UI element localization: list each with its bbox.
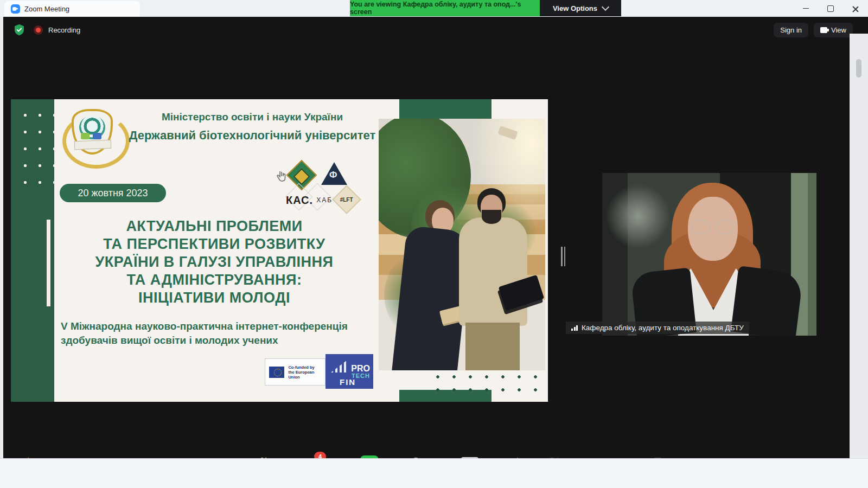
recording-label: Recording [48,26,80,34]
view-layout-icon [820,27,827,33]
slide-header: Міністерство освіти і науки України Держ… [127,111,377,143]
profintech-logo: PRO TECH FIN [326,354,373,389]
university-crest-logo [62,109,122,163]
slide-photo [379,119,545,370]
minimize-button[interactable] [793,0,818,17]
signal-bars-icon [571,325,578,331]
window-titlebar: Zoom Meeting You are viewing Кафедра обл… [0,0,868,17]
photo-man [449,188,536,370]
ministry-line: Міністерство освіти і науки України [127,111,377,123]
hand-cursor [276,170,288,184]
window-scrollbar-track[interactable] [850,34,868,475]
triangle-logo [321,162,347,185]
slide-white-bar-decoration [47,220,50,306]
zoom-logo-icon [11,4,20,14]
window-title: Zoom Meeting [24,5,69,13]
window-controls [793,0,868,17]
speaker-glasses [691,220,735,234]
slide-dots-decoration-top-left [17,106,55,187]
speaker-video-tile[interactable] [602,173,816,336]
sign-in-button[interactable]: Sign in [774,23,808,37]
window-frame-left [0,17,3,458]
view-options-button[interactable]: View Options [540,0,621,16]
university-line: Державний біотехнологічний університет [127,129,377,143]
slide-dots-decoration-bottom-right [429,369,548,400]
close-button[interactable] [843,0,868,17]
eu-cofunded-logo: Co-funded by the European Union [265,358,326,386]
date-badge: 20 жовтня 2023 [60,184,166,202]
conference-title: АКТУАЛЬНІ ПРОБЛЕМИ ТА ПЕРСПЕКТИВИ РОЗВИТ… [57,217,372,307]
maximize-button[interactable] [818,0,843,17]
recording-icon [34,25,43,35]
participant-name-label: Кафедра обліку, аудиту та оподаткування … [566,322,749,334]
viewing-banner-text: You are viewing Кафедра обліку, аудиту т… [350,1,540,16]
zoom-meeting-window: Zoom Meeting You are viewing Кафедра обл… [0,0,868,488]
scrollbar-thumb[interactable] [856,59,861,78]
conference-subtitle: V Міжнародна науково-практична інтернет-… [61,319,365,348]
shared-screen-slide: Міністерство освіти і науки України Держ… [11,99,548,402]
profintech-bars-icon [331,358,349,373]
close-icon [852,5,859,12]
view-button[interactable]: View [814,23,853,37]
viewing-banner: You are viewing Кафедра обліку, аудиту т… [350,0,540,16]
window-tab[interactable]: Zoom Meeting [4,1,140,17]
eu-flag-icon [269,367,284,378]
windows-taskbar: 9°C Heavy rain ✂ УКР 10:0 [0,458,868,488]
maximize-icon [827,5,834,12]
meeting-top-bar: Recording Sign in View [0,20,868,40]
chevron-down-icon [602,3,609,11]
photo-top-green-bar [399,99,492,119]
panel-resize-handle[interactable] [561,247,567,266]
meeting-area: Recording Sign in View Міністерство осві… [0,17,868,458]
kas-hub-logo: КАС. ХАБ [279,190,339,210]
minimize-icon [803,8,809,9]
encryption-shield-icon [14,24,25,36]
